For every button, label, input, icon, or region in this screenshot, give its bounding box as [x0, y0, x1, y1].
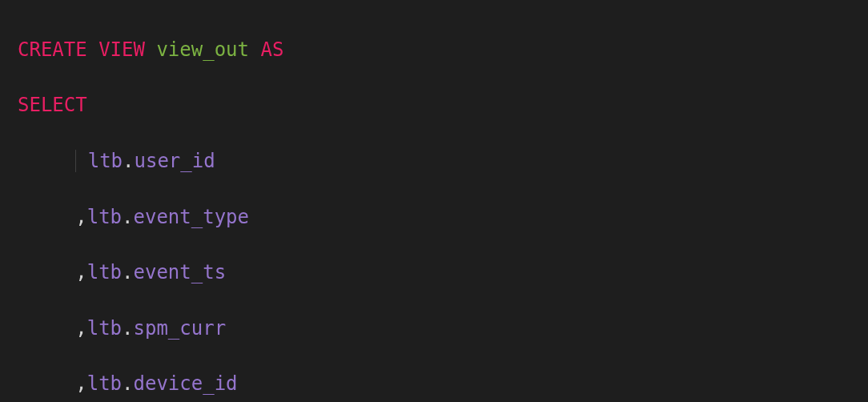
dot: .: [122, 372, 133, 395]
column: spm_curr: [134, 317, 227, 340]
code-line-5: ,ltb.event_ts: [18, 259, 868, 287]
comma: ,: [75, 261, 86, 283]
table-alias: ltb: [88, 150, 123, 172]
comma: ,: [75, 206, 86, 228]
code-editor[interactable]: CREATE VIEW view_out AS SELECT ltb.user_…: [0, 8, 868, 402]
dot: .: [123, 150, 134, 172]
column: event_type: [134, 206, 250, 228]
comma: ,: [75, 372, 86, 395]
column: device_id: [134, 372, 238, 395]
code-line-1: CREATE VIEW view_out AS: [18, 36, 868, 64]
code-line-4: ,ltb.event_type: [18, 203, 868, 231]
keyword-as: AS: [260, 38, 283, 61]
code-line-7: ,ltb.device_id: [18, 370, 868, 398]
keyword-select: SELECT: [18, 94, 87, 116]
view-name: view_out: [156, 38, 249, 61]
table-alias: ltb: [87, 206, 122, 228]
code-line-2: SELECT: [18, 91, 868, 119]
column: user_id: [135, 150, 215, 172]
keyword-create: CREATE: [18, 38, 87, 61]
table-alias: ltb: [87, 372, 122, 395]
dot: .: [122, 261, 133, 283]
dot: .: [122, 206, 133, 228]
keyword-view: VIEW: [98, 38, 145, 61]
comma: ,: [75, 317, 86, 340]
code-line-3: ltb.user_id: [18, 147, 868, 175]
column: event_ts: [134, 261, 227, 283]
table-alias: ltb: [87, 317, 122, 340]
table-alias: ltb: [87, 261, 122, 283]
code-line-6: ,ltb.spm_curr: [18, 315, 868, 343]
dot: .: [122, 317, 133, 340]
